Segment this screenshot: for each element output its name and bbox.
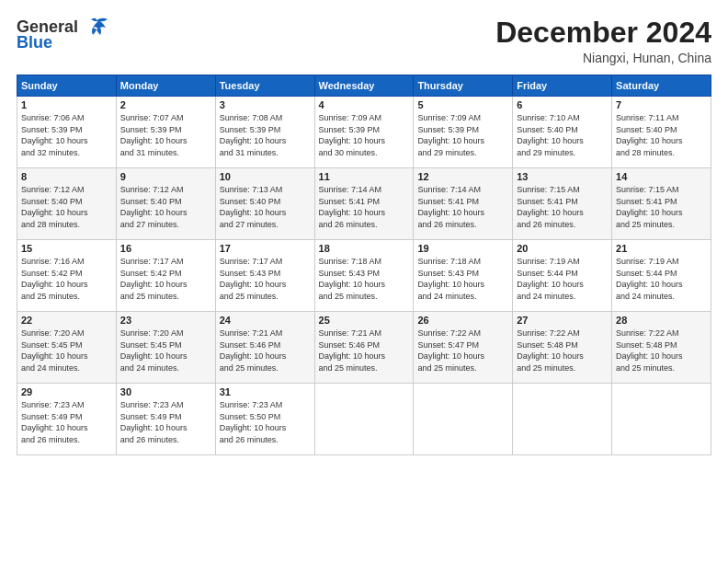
day-info: Sunrise: 7:19 AMSunset: 5:44 PMDaylight:… — [616, 256, 707, 302]
logo-bird-icon — [84, 17, 109, 37]
calendar-week-4: 22Sunrise: 7:20 AMSunset: 5:45 PMDayligh… — [17, 312, 711, 384]
day-number: 25 — [319, 315, 410, 326]
col-friday: Friday — [513, 75, 612, 97]
col-saturday: Saturday — [612, 75, 711, 97]
table-row: 13Sunrise: 7:15 AMSunset: 5:41 PMDayligh… — [513, 168, 612, 240]
day-number: 4 — [319, 99, 410, 110]
table-row: 7Sunrise: 7:11 AMSunset: 5:40 PMDaylight… — [612, 97, 711, 168]
table-row: 4Sunrise: 7:09 AMSunset: 5:39 PMDaylight… — [314, 97, 414, 168]
day-number: 16 — [120, 243, 211, 254]
table-row — [513, 384, 612, 455]
table-row: 22Sunrise: 7:20 AMSunset: 5:45 PMDayligh… — [17, 312, 117, 384]
col-monday: Monday — [116, 75, 215, 97]
day-number: 23 — [120, 315, 211, 326]
table-row: 15Sunrise: 7:16 AMSunset: 5:42 PMDayligh… — [17, 240, 117, 312]
month-title: December 2024 — [495, 17, 711, 49]
table-row — [314, 384, 414, 455]
day-info: Sunrise: 7:13 AMSunset: 5:40 PMDaylight:… — [220, 184, 311, 230]
day-number: 28 — [616, 315, 707, 326]
table-row: 25Sunrise: 7:21 AMSunset: 5:46 PMDayligh… — [314, 312, 414, 384]
day-number: 22 — [21, 315, 112, 326]
calendar-week-2: 8Sunrise: 7:12 AMSunset: 5:40 PMDaylight… — [17, 168, 711, 240]
table-row: 2Sunrise: 7:07 AMSunset: 5:39 PMDaylight… — [116, 97, 215, 168]
col-thursday: Thursday — [414, 75, 513, 97]
table-row: 14Sunrise: 7:15 AMSunset: 5:41 PMDayligh… — [612, 168, 711, 240]
day-number: 10 — [220, 171, 311, 182]
col-wednesday: Wednesday — [314, 75, 414, 97]
day-number: 13 — [517, 171, 608, 182]
day-info: Sunrise: 7:22 AMSunset: 5:48 PMDaylight:… — [616, 327, 707, 373]
table-row: 11Sunrise: 7:14 AMSunset: 5:41 PMDayligh… — [314, 168, 414, 240]
table-row: 9Sunrise: 7:12 AMSunset: 5:40 PMDaylight… — [116, 168, 215, 240]
day-info: Sunrise: 7:19 AMSunset: 5:44 PMDaylight:… — [517, 256, 608, 302]
table-row: 26Sunrise: 7:22 AMSunset: 5:47 PMDayligh… — [414, 312, 513, 384]
day-info: Sunrise: 7:08 AMSunset: 5:39 PMDaylight:… — [220, 112, 311, 158]
day-number: 11 — [319, 171, 410, 182]
day-number: 15 — [21, 243, 112, 254]
table-row — [414, 384, 513, 455]
day-info: Sunrise: 7:21 AMSunset: 5:46 PMDaylight:… — [220, 327, 311, 373]
day-number: 7 — [616, 99, 707, 110]
day-number: 5 — [417, 99, 508, 110]
table-row: 18Sunrise: 7:18 AMSunset: 5:43 PMDayligh… — [314, 240, 414, 312]
day-number: 30 — [120, 386, 211, 397]
table-row: 21Sunrise: 7:19 AMSunset: 5:44 PMDayligh… — [612, 240, 711, 312]
day-info: Sunrise: 7:07 AMSunset: 5:39 PMDaylight:… — [120, 112, 211, 158]
table-row: 6Sunrise: 7:10 AMSunset: 5:40 PMDaylight… — [513, 97, 612, 168]
day-info: Sunrise: 7:20 AMSunset: 5:45 PMDaylight:… — [120, 327, 211, 373]
day-info: Sunrise: 7:09 AMSunset: 5:39 PMDaylight:… — [417, 112, 508, 158]
table-row — [612, 384, 711, 455]
calendar-header-row: Sunday Monday Tuesday Wednesday Thursday… — [17, 75, 711, 97]
location-subtitle: Niangxi, Hunan, China — [495, 51, 711, 65]
day-info: Sunrise: 7:12 AMSunset: 5:40 PMDaylight:… — [21, 184, 112, 230]
table-row: 28Sunrise: 7:22 AMSunset: 5:48 PMDayligh… — [612, 312, 711, 384]
day-number: 21 — [616, 243, 707, 254]
title-block: December 2024 Niangxi, Hunan, China — [495, 17, 711, 65]
logo: General Blue — [17, 17, 109, 52]
calendar-week-3: 15Sunrise: 7:16 AMSunset: 5:42 PMDayligh… — [17, 240, 711, 312]
table-row: 8Sunrise: 7:12 AMSunset: 5:40 PMDaylight… — [17, 168, 117, 240]
day-number: 8 — [21, 171, 112, 182]
table-row: 12Sunrise: 7:14 AMSunset: 5:41 PMDayligh… — [414, 168, 513, 240]
day-info: Sunrise: 7:20 AMSunset: 5:45 PMDaylight:… — [21, 327, 112, 373]
day-info: Sunrise: 7:22 AMSunset: 5:47 PMDaylight:… — [417, 327, 508, 373]
day-number: 27 — [517, 315, 608, 326]
table-row: 5Sunrise: 7:09 AMSunset: 5:39 PMDaylight… — [414, 97, 513, 168]
col-sunday: Sunday — [17, 75, 117, 97]
day-info: Sunrise: 7:09 AMSunset: 5:39 PMDaylight:… — [319, 112, 410, 158]
day-number: 29 — [21, 386, 112, 397]
day-info: Sunrise: 7:15 AMSunset: 5:41 PMDaylight:… — [616, 184, 707, 230]
table-row: 29Sunrise: 7:23 AMSunset: 5:49 PMDayligh… — [17, 384, 117, 455]
table-row: 30Sunrise: 7:23 AMSunset: 5:49 PMDayligh… — [116, 384, 215, 455]
day-number: 9 — [120, 171, 211, 182]
table-row: 1Sunrise: 7:06 AMSunset: 5:39 PMDaylight… — [17, 97, 117, 168]
table-row: 27Sunrise: 7:22 AMSunset: 5:48 PMDayligh… — [513, 312, 612, 384]
table-row: 16Sunrise: 7:17 AMSunset: 5:42 PMDayligh… — [116, 240, 215, 312]
day-number: 2 — [120, 99, 211, 110]
day-info: Sunrise: 7:23 AMSunset: 5:49 PMDaylight:… — [120, 399, 211, 445]
day-info: Sunrise: 7:18 AMSunset: 5:43 PMDaylight:… — [417, 256, 508, 302]
day-info: Sunrise: 7:22 AMSunset: 5:48 PMDaylight:… — [517, 327, 608, 373]
day-number: 14 — [616, 171, 707, 182]
day-info: Sunrise: 7:18 AMSunset: 5:43 PMDaylight:… — [319, 256, 410, 302]
day-number: 20 — [517, 243, 608, 254]
table-row: 31Sunrise: 7:23 AMSunset: 5:50 PMDayligh… — [215, 384, 314, 455]
day-number: 6 — [517, 99, 608, 110]
day-info: Sunrise: 7:16 AMSunset: 5:42 PMDaylight:… — [21, 256, 112, 302]
table-row: 10Sunrise: 7:13 AMSunset: 5:40 PMDayligh… — [215, 168, 314, 240]
day-info: Sunrise: 7:17 AMSunset: 5:43 PMDaylight:… — [220, 256, 311, 302]
day-info: Sunrise: 7:10 AMSunset: 5:40 PMDaylight:… — [517, 112, 608, 158]
day-number: 26 — [417, 315, 508, 326]
day-info: Sunrise: 7:21 AMSunset: 5:46 PMDaylight:… — [319, 327, 410, 373]
day-number: 19 — [417, 243, 508, 254]
table-row: 3Sunrise: 7:08 AMSunset: 5:39 PMDaylight… — [215, 97, 314, 168]
day-number: 31 — [220, 386, 311, 397]
day-info: Sunrise: 7:06 AMSunset: 5:39 PMDaylight:… — [21, 112, 112, 158]
table-row: 19Sunrise: 7:18 AMSunset: 5:43 PMDayligh… — [414, 240, 513, 312]
day-info: Sunrise: 7:17 AMSunset: 5:42 PMDaylight:… — [120, 256, 211, 302]
calendar-table: Sunday Monday Tuesday Wednesday Thursday… — [17, 75, 711, 455]
day-info: Sunrise: 7:12 AMSunset: 5:40 PMDaylight:… — [120, 184, 211, 230]
col-tuesday: Tuesday — [215, 75, 314, 97]
day-number: 12 — [417, 171, 508, 182]
table-row: 20Sunrise: 7:19 AMSunset: 5:44 PMDayligh… — [513, 240, 612, 312]
